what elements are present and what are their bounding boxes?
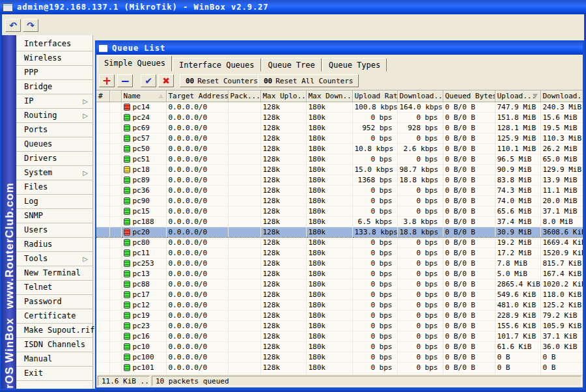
enable-queue-button[interactable]: ✔ (141, 74, 156, 87)
sidebar-item-bridge[interactable]: Bridge (16, 80, 92, 94)
sidebar-item-snmp[interactable]: SNMP (16, 209, 92, 223)
queue-cell: 96.5 MiB (495, 154, 540, 165)
sidebar-item-log[interactable]: Log (16, 195, 92, 209)
sidebar-item-manual[interactable]: Manual (16, 352, 92, 367)
queue-cell: 83.8 MiB (495, 175, 540, 186)
column-header-max-uplo[interactable]: Max Uplo... (260, 91, 306, 102)
column-header-download[interactable]: Download... (540, 91, 583, 102)
queue-name-label: pc10 (133, 343, 150, 352)
column-header-upload-rate[interactable]: Upload Rate (352, 91, 397, 102)
column-header-upload[interactable]: Upload... (495, 91, 540, 102)
remove-queue-button[interactable]: − (117, 74, 133, 87)
queue-row-pc18[interactable]: pc180.0.0.0/0128k180k15.0 kbps98.7 kbps0… (96, 165, 583, 175)
main-titlebar[interactable]: admin@192.168.137.1 (MikroTik) - WinBox … (0, 0, 586, 14)
sidebar-item-wireless[interactable]: Wireless (16, 51, 92, 66)
queue-cell: 1368 bps (352, 175, 397, 186)
queue-row-pc17[interactable]: pc170.0.0.0/0128k180k0 bps0 bps0 B/0 B54… (96, 290, 583, 300)
queue-list-titlebar[interactable]: Queue List (96, 42, 583, 55)
sidebar-item-password[interactable]: Password (16, 295, 92, 309)
queue-name-label: pc80 (133, 238, 150, 247)
queue-row-pc57[interactable]: pc570.0.0.0/0128k180k0 bps0 bps0 B/0 B12… (96, 133, 583, 144)
queue-row-pc101[interactable]: pc1010.0.0.0/0128k180k0 bps0 bps0 B/0 B0… (96, 363, 583, 373)
queue-cell: 133.8 kbps (352, 227, 397, 238)
column-header-icon[interactable] (109, 91, 121, 102)
queue-cell: 180k (306, 290, 352, 300)
queue-row-pc11[interactable]: pc110.0.0.0/0128k180k0 bps0 bps0 B/0 B17… (96, 248, 583, 259)
queue-row-pc19[interactable]: pc190.0.0.0/0128k180k0 bps0 bps0 B/0 B22… (96, 311, 583, 321)
queue-cell: 0 bps (397, 279, 443, 290)
queue-row-pc13[interactable]: pc130.0.0.0/0128k180k0 bps0 bps0 B/0 B5.… (96, 269, 583, 279)
queue-name-cell: pc12 (121, 300, 166, 311)
queue-status-icon-green (124, 135, 130, 142)
sidebar-item-telnet[interactable]: Telnet (16, 281, 92, 295)
tab-simple-queues[interactable]: Simple Queues (98, 55, 172, 72)
sidebar-item-isdn-channels[interactable]: ISDN Channels (16, 338, 92, 352)
queue-cell (96, 206, 109, 217)
redo-button[interactable]: ↷ (23, 19, 38, 32)
queue-row-pc253[interactable]: pc2530.0.0.0/0128k180k0 bps0 bps0 B/0 B7… (96, 259, 583, 269)
sidebar-item-ports[interactable]: Ports (16, 123, 92, 137)
queue-cell: 0 B/0 B (443, 342, 495, 352)
tab-interface-queues[interactable]: Interface Queues (173, 58, 261, 72)
sidebar-item-certificate[interactable]: Certificate (16, 309, 92, 324)
queue-cell (109, 206, 121, 217)
queue-cell: 129.9 MiB (540, 165, 583, 175)
sidebar-item-ppp[interactable]: PPP (16, 66, 92, 80)
column-header-pack[interactable]: Pack... (228, 91, 260, 102)
queue-row-pc80[interactable]: pc800.0.0.0/0128k180k0 bps0 bps0 B/0 B19… (96, 238, 583, 248)
undo-button[interactable]: ↶ (5, 19, 21, 32)
queue-row-pc24[interactable]: pc240.0.0.0/0128k180k0 bps0 bps0 B/0 B15… (96, 113, 583, 123)
sidebar-item-tools[interactable]: Tools▷ (16, 252, 92, 266)
queue-row-pc88[interactable]: pc880.0.0.0/0128k180k0 bps0 bps0 B/0 B28… (96, 279, 583, 290)
column-header-max-down[interactable]: Max Down... (306, 91, 352, 102)
queue-row-pc14[interactable]: pc140.0.0.0/0128k180k100.8 kbps164.0 kbp… (96, 102, 583, 113)
queue-row-pc100[interactable]: pc1000.0.0.0/0128k180k0 bps0 bps0 B/0 B0… (96, 352, 583, 363)
add-queue-button[interactable]: + (99, 74, 115, 87)
queue-cell: 2.6 kbps (397, 144, 443, 154)
queue-row-pc20[interactable]: pc200.0.0.0/0128k180k133.8 kbps18.8 kbps… (96, 227, 583, 238)
tab-queue-types[interactable]: Queue Types (322, 58, 387, 72)
column-header-queued-bytes[interactable]: Queued Bytes (443, 91, 495, 102)
queue-row-pc16[interactable]: pc160.0.0.0/0128k180k0 bps0 bps0 B/0 B10… (96, 331, 583, 342)
queue-status-icon-green (124, 281, 130, 288)
sidebar-item-interfaces[interactable]: Interfaces (16, 37, 92, 51)
sidebar-item-exit[interactable]: Exit (16, 367, 92, 381)
queue-row-pc10[interactable]: pc100.0.0.0/0128k180k0 bps0 bps0 B/0 B61… (96, 342, 583, 352)
queue-cell: 65.0 MiB (540, 154, 583, 165)
sidebar-item-system[interactable]: System▷ (16, 166, 92, 180)
sidebar-item-users[interactable]: Users (16, 223, 92, 238)
queue-row-pc12[interactable]: pc120.0.0.0/0128k180k0 bps0 bps0 B/0 B48… (96, 300, 583, 311)
queue-row-pc188[interactable]: pc1880.0.0.0/0128k180k6.5 kbps3.8 kbps0 … (96, 217, 583, 227)
tab-queue-tree[interactable]: Queue Tree (262, 58, 322, 72)
queue-row-pc15[interactable]: pc150.0.0.0/0128k180k0 bps0 bps0 B/0 B65… (96, 206, 583, 217)
queue-cell: 128k (260, 186, 306, 196)
queue-row-pc36[interactable]: pc360.0.0.0/0128k180k0 bps0 bps0 B/0 B74… (96, 186, 583, 196)
reset-all-counters-button[interactable]: 00 Reset All Counters (258, 74, 359, 87)
sidebar-item-new-terminal[interactable]: New Terminal (16, 266, 92, 281)
sidebar-item-radius[interactable]: Radius (16, 238, 92, 252)
queue-cell (96, 290, 109, 300)
queue-row-pc23[interactable]: pc230.0.0.0/0128k180k0 bps0 bps0 B/0 B15… (96, 321, 583, 331)
column-header-download[interactable]: Download... (397, 91, 443, 102)
menu-item-label: Routing (24, 111, 57, 120)
disable-queue-button[interactable]: ✖ (158, 74, 174, 87)
sidebar-item-queues[interactable]: Queues (16, 137, 92, 152)
sidebar-item-ip[interactable]: IP▷ (16, 94, 92, 109)
sidebar-item-drivers[interactable]: Drivers (16, 152, 92, 166)
queue-cell: 180k (306, 352, 352, 363)
queue-row-pc69[interactable]: pc690.0.0.0/0128k180k952 bps928 bps0 B/0… (96, 123, 583, 133)
queue-row-pc51[interactable]: pc510.0.0.0/0128k180k0 bps0 bps0 B/0 B96… (96, 154, 583, 165)
column-header-target-address[interactable]: Target Address (166, 91, 228, 102)
reset-counters-button[interactable]: 00 Reset Counters (180, 74, 264, 87)
queue-row-pc50[interactable]: pc500.0.0.0/0128k180k10.8 kbps2.6 kbps0 … (96, 144, 583, 154)
sidebar-item-routing[interactable]: Routing▷ (16, 109, 92, 123)
column-header-name[interactable]: Name (121, 91, 166, 102)
sidebar-item-files[interactable]: Files (16, 180, 92, 195)
queue-cell (228, 113, 260, 123)
queue-status-icon-green (124, 301, 130, 309)
queue-row-pc90[interactable]: pc900.0.0.0/0128k180k0 bps0 bps0 B/0 B74… (96, 196, 583, 206)
menu-item-label: System (24, 168, 52, 177)
queue-row-pc89[interactable]: pc890.0.0.0/0128k180k1368 bps18.8 kbps0 … (96, 175, 583, 186)
column-header-[interactable]: # (96, 91, 109, 102)
sidebar-item-make-supout-rif[interactable]: Make Supout.rif (16, 324, 92, 338)
